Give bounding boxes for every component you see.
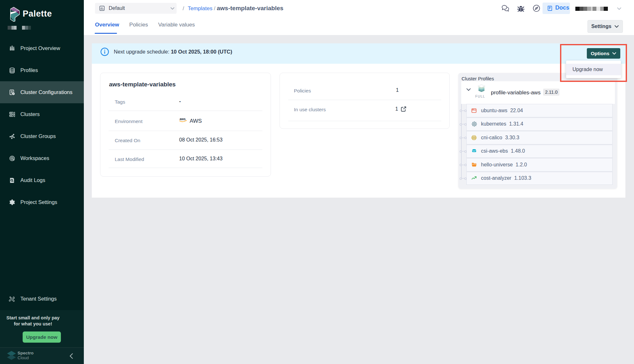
svg-text:aws: aws: [180, 117, 186, 121]
